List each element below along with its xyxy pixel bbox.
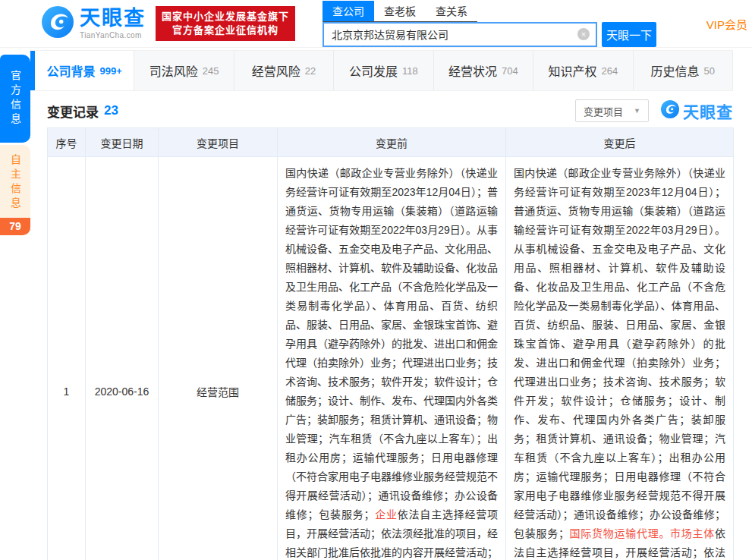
change-record-table: 序号 变更日期 变更项目 变更前 变更后 1 2020-06-16 经营范围 国… xyxy=(47,127,734,560)
floating-side-tabs: 官方信息 自主信息 79 xyxy=(0,55,30,235)
cell-change-item: 经营范围 xyxy=(159,157,278,560)
side-tab-self-label: 自主信息 xyxy=(8,145,23,218)
nav-tab-company-background[interactable]: 公司背景 999+ xyxy=(35,51,134,90)
cell-after-text: 国内快递（邮政企业专营业务除外）（快递业务经营许可证有效期至2023年12月04… xyxy=(506,157,734,560)
cell-change-date: 2020-06-16 xyxy=(86,157,159,560)
nav-tab-operating-status[interactable]: 经营状况 704 xyxy=(434,51,533,90)
search-tab-boss[interactable]: 查老板 xyxy=(374,1,426,21)
watermark-logo-icon xyxy=(661,100,679,121)
col-header-after: 变更后 xyxy=(506,128,734,157)
nav-tab-operating-risk[interactable]: 经营风险 22 xyxy=(234,51,334,90)
nav-tab-history-info[interactable]: 历史信息 50 xyxy=(634,51,733,90)
col-header-serial: 序号 xyxy=(48,128,86,157)
chevron-down-icon: ▼ xyxy=(634,107,640,115)
side-tab-self-info[interactable]: 自主信息 79 xyxy=(0,145,30,235)
side-tab-self-count-badge: 79 xyxy=(0,218,30,235)
cell-before-text: 国内快递（邮政企业专营业务除外）（快递业务经营许可证有效期至2023年12月04… xyxy=(278,157,506,560)
section-count: 23 xyxy=(104,103,118,118)
nav-tab-intellectual-property[interactable]: 知识产权 264 xyxy=(533,51,633,90)
gov-badge-line2: 官方备案企业征信机构 xyxy=(162,24,289,37)
table-header-row: 序号 变更日期 变更项目 变更前 变更后 xyxy=(48,128,734,157)
gov-badge-line1: 国家中小企业发展基金旗下 xyxy=(162,10,289,24)
nav-tab-company-development[interactable]: 公司发展 118 xyxy=(334,51,433,90)
col-header-change-date: 变更日期 xyxy=(86,128,159,157)
cell-serial: 1 xyxy=(48,157,86,560)
search-area: 查公司 查老板 查关系 × 天眼一下 xyxy=(323,1,656,47)
tianyancha-watermark: 天眼查 xyxy=(661,99,733,122)
company-nav-tabs: 公司背景 999+ 司法风险 245 经营风险 22 公司发展 118 经营状况… xyxy=(30,50,733,91)
nav-tab-judicial-risk[interactable]: 司法风险 245 xyxy=(134,51,234,90)
search-input[interactable] xyxy=(324,24,596,46)
gov-certification-badge: 国家中小企业发展基金旗下 官方备案企业征信机构 xyxy=(156,6,295,41)
search-tab-company[interactable]: 查公司 xyxy=(323,1,374,21)
side-tab-official-label: 官方信息 xyxy=(8,70,23,127)
tianyancha-logo-icon xyxy=(42,6,74,41)
col-header-before: 变更前 xyxy=(278,128,506,157)
search-input-wrap: × xyxy=(323,22,597,47)
header: 天眼查 TianYanCha.com 国家中小企业发展基金旗下 官方备案企业征信… xyxy=(0,0,752,48)
clear-search-icon[interactable]: × xyxy=(577,28,590,40)
section-title: 变更记录 xyxy=(47,102,99,121)
search-button[interactable]: 天眼一下 xyxy=(602,22,656,47)
watermark-text: 天眼查 xyxy=(683,99,733,122)
search-tab-relation[interactable]: 查关系 xyxy=(426,1,477,21)
side-tab-official-info[interactable]: 官方信息 xyxy=(0,55,30,143)
vip-member-link[interactable]: VIP会员 xyxy=(706,16,747,32)
table-row: 1 2020-06-16 经营范围 国内快递（邮政企业专营业务除外）（快递业务经… xyxy=(48,157,734,560)
col-header-change-item: 变更项目 xyxy=(159,128,278,157)
change-record-section: 变更记录 23 变更项目 ▼ 天眼查 xyxy=(47,91,733,560)
logo-text: 天眼查 xyxy=(80,8,146,29)
search-tabs: 查公司 查老板 查关系 xyxy=(323,1,477,22)
change-item-filter-dropdown[interactable]: 变更项目 ▼ xyxy=(575,99,649,122)
tianyancha-logo[interactable]: 天眼查 TianYanCha.com xyxy=(42,6,146,41)
logo-domain: TianYanCha.com xyxy=(80,32,146,39)
